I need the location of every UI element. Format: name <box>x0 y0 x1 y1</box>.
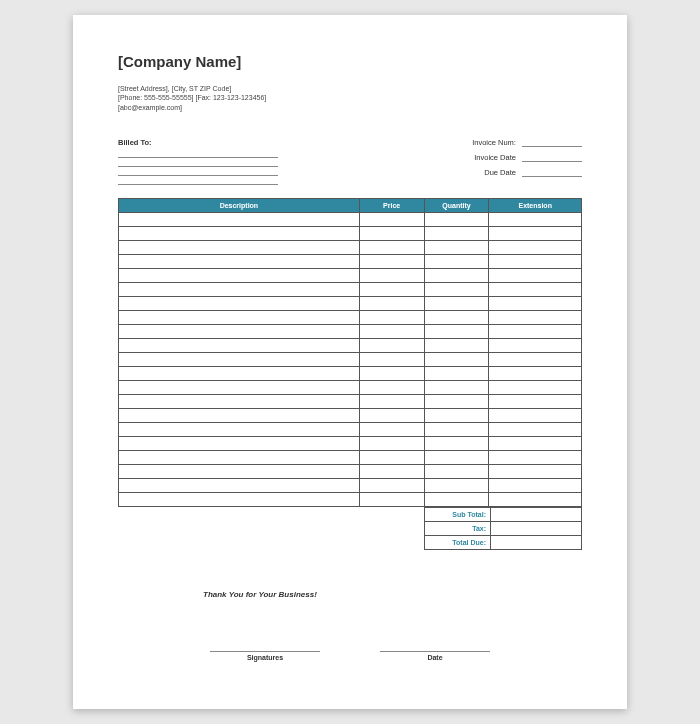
cell-ext[interactable] <box>489 423 582 437</box>
cell-ext[interactable] <box>489 493 582 507</box>
cell-desc[interactable] <box>119 381 360 395</box>
cell-desc[interactable] <box>119 311 360 325</box>
cell-qty[interactable] <box>424 339 489 353</box>
cell-price[interactable] <box>359 493 424 507</box>
cell-ext[interactable] <box>489 213 582 227</box>
cell-ext[interactable] <box>489 381 582 395</box>
cell-qty[interactable] <box>424 283 489 297</box>
cell-ext[interactable] <box>489 339 582 353</box>
cell-ext[interactable] <box>489 241 582 255</box>
date-line[interactable] <box>380 651 490 652</box>
cell-desc[interactable] <box>119 227 360 241</box>
cell-qty[interactable] <box>424 479 489 493</box>
signature-line[interactable] <box>210 651 320 652</box>
cell-qty[interactable] <box>424 353 489 367</box>
cell-qty[interactable] <box>424 241 489 255</box>
table-row <box>119 227 582 241</box>
cell-desc[interactable] <box>119 269 360 283</box>
cell-price[interactable] <box>359 423 424 437</box>
cell-qty[interactable] <box>424 451 489 465</box>
cell-qty[interactable] <box>424 367 489 381</box>
cell-ext[interactable] <box>489 283 582 297</box>
cell-qty[interactable] <box>424 213 489 227</box>
cell-price[interactable] <box>359 269 424 283</box>
cell-ext[interactable] <box>489 311 582 325</box>
cell-ext[interactable] <box>489 297 582 311</box>
cell-price[interactable] <box>359 465 424 479</box>
invoice-num-field[interactable] <box>522 140 582 147</box>
cell-ext[interactable] <box>489 465 582 479</box>
cell-qty[interactable] <box>424 493 489 507</box>
cell-price[interactable] <box>359 283 424 297</box>
cell-ext[interactable] <box>489 269 582 283</box>
cell-price[interactable] <box>359 367 424 381</box>
cell-desc[interactable] <box>119 493 360 507</box>
cell-price[interactable] <box>359 353 424 367</box>
cell-ext[interactable] <box>489 395 582 409</box>
cell-price[interactable] <box>359 409 424 423</box>
cell-price[interactable] <box>359 325 424 339</box>
cell-ext[interactable] <box>489 325 582 339</box>
cell-price[interactable] <box>359 241 424 255</box>
cell-desc[interactable] <box>119 465 360 479</box>
billed-line[interactable] <box>118 168 278 176</box>
cell-price[interactable] <box>359 479 424 493</box>
cell-desc[interactable] <box>119 339 360 353</box>
cell-desc[interactable] <box>119 255 360 269</box>
cell-ext[interactable] <box>489 437 582 451</box>
cell-qty[interactable] <box>424 395 489 409</box>
cell-ext[interactable] <box>489 353 582 367</box>
tax-value[interactable] <box>491 522 581 535</box>
cell-desc[interactable] <box>119 437 360 451</box>
cell-ext[interactable] <box>489 479 582 493</box>
cell-price[interactable] <box>359 311 424 325</box>
cell-price[interactable] <box>359 227 424 241</box>
cell-qty[interactable] <box>424 423 489 437</box>
cell-ext[interactable] <box>489 367 582 381</box>
billed-line[interactable] <box>118 177 278 185</box>
line-items-table: Description Price Quantity Extension <box>118 198 582 507</box>
cell-desc[interactable] <box>119 367 360 381</box>
total-due-value[interactable] <box>491 536 581 549</box>
cell-qty[interactable] <box>424 409 489 423</box>
cell-qty[interactable] <box>424 227 489 241</box>
cell-ext[interactable] <box>489 255 582 269</box>
cell-price[interactable] <box>359 381 424 395</box>
due-date-field[interactable] <box>522 170 582 177</box>
cell-qty[interactable] <box>424 465 489 479</box>
cell-desc[interactable] <box>119 423 360 437</box>
billed-line[interactable] <box>118 150 278 158</box>
subtotal-value[interactable] <box>491 508 581 521</box>
cell-desc[interactable] <box>119 479 360 493</box>
cell-qty[interactable] <box>424 325 489 339</box>
invoice-date-field[interactable] <box>522 155 582 162</box>
cell-desc[interactable] <box>119 395 360 409</box>
cell-price[interactable] <box>359 437 424 451</box>
cell-ext[interactable] <box>489 227 582 241</box>
cell-price[interactable] <box>359 297 424 311</box>
cell-desc[interactable] <box>119 283 360 297</box>
cell-desc[interactable] <box>119 241 360 255</box>
cell-desc[interactable] <box>119 353 360 367</box>
cell-price[interactable] <box>359 451 424 465</box>
table-row <box>119 339 582 353</box>
cell-desc[interactable] <box>119 213 360 227</box>
cell-desc[interactable] <box>119 325 360 339</box>
cell-desc[interactable] <box>119 297 360 311</box>
cell-ext[interactable] <box>489 451 582 465</box>
cell-price[interactable] <box>359 339 424 353</box>
cell-qty[interactable] <box>424 255 489 269</box>
cell-qty[interactable] <box>424 269 489 283</box>
cell-qty[interactable] <box>424 311 489 325</box>
cell-desc[interactable] <box>119 451 360 465</box>
cell-qty[interactable] <box>424 437 489 451</box>
cell-price[interactable] <box>359 255 424 269</box>
billed-line[interactable] <box>118 159 278 167</box>
invoice-date-label: Invoice Date <box>474 153 516 162</box>
cell-qty[interactable] <box>424 381 489 395</box>
cell-price[interactable] <box>359 395 424 409</box>
cell-price[interactable] <box>359 213 424 227</box>
cell-ext[interactable] <box>489 409 582 423</box>
cell-qty[interactable] <box>424 297 489 311</box>
cell-desc[interactable] <box>119 409 360 423</box>
